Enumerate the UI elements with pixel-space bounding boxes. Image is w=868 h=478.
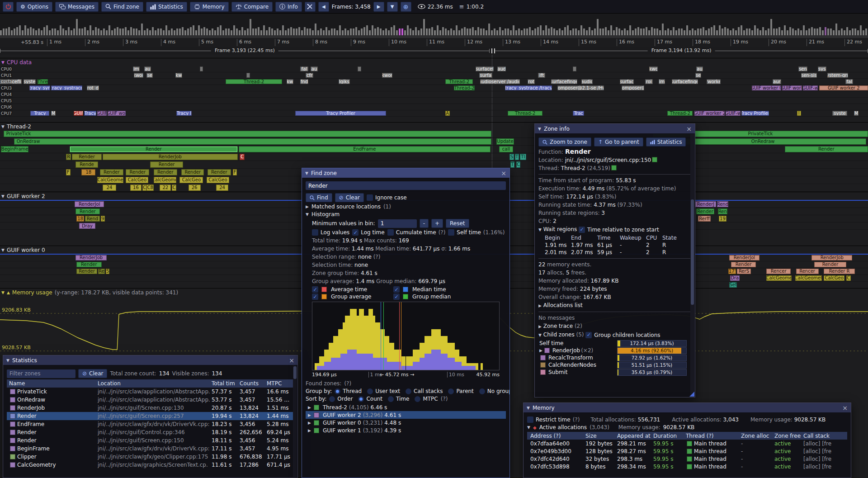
frame-bar[interactable] (38, 28, 40, 35)
frame-bar[interactable] (423, 19, 425, 35)
timeline-zone[interactable]: C (142, 185, 147, 191)
timeline-zone[interactable]: Tracy Profiler (741, 111, 769, 116)
frame-bar[interactable] (255, 28, 257, 35)
frame-bar[interactable] (646, 27, 647, 35)
frame-bar[interactable] (35, 30, 37, 35)
frame-bar[interactable] (578, 30, 580, 35)
allocations-list-toggle[interactable]: ▶ Allocations list (538, 302, 691, 309)
frame-bar[interactable] (277, 28, 278, 35)
frame-bar[interactable] (681, 28, 683, 35)
frame-bar[interactable] (692, 28, 693, 35)
frame-bar[interactable] (613, 30, 615, 35)
frame-timeline[interactable] (0, 14, 868, 38)
frame-bar[interactable] (719, 25, 721, 35)
frame-bar[interactable] (448, 30, 449, 35)
frame-bar[interactable] (369, 30, 371, 35)
timeline-zone[interactable]: GUIF work (782, 85, 802, 90)
frame-bar[interactable] (312, 30, 314, 35)
frame-bar[interactable] (686, 25, 688, 35)
radio-option[interactable]: Time (388, 396, 409, 402)
frame-3194[interactable]: Frame 3,194 (13.92 ms) (495, 47, 868, 55)
frame-bar[interactable] (144, 30, 146, 35)
frame-bar[interactable] (420, 28, 422, 35)
frame-bar[interactable] (822, 30, 824, 35)
frame-bar[interactable] (193, 25, 194, 35)
frame-bar[interactable] (171, 28, 173, 35)
frame-bar[interactable] (545, 25, 547, 35)
frame-bar[interactable] (564, 27, 566, 35)
frame-bar[interactable] (304, 27, 306, 35)
frame-bar[interactable] (513, 25, 514, 35)
stats-row[interactable]: OnRedrawjni/../jni/src/claw/application/… (7, 396, 294, 404)
timeline-zone[interactable]: M (854, 111, 859, 116)
frame-bar[interactable] (689, 30, 691, 35)
restrict-time-checkbox[interactable]: Restrict time(?) (527, 416, 580, 423)
stats-row[interactable]: BeginFramejni/../jni/src/claw/gfx/drv/vk… (7, 445, 294, 453)
frame-bar[interactable] (331, 28, 333, 35)
options-button[interactable]: ⚙Options (16, 2, 52, 12)
frame-bar[interactable] (486, 30, 487, 35)
timeline-zone[interactable]: Render (814, 262, 846, 267)
frame-bar[interactable] (640, 28, 642, 35)
collapse-icon[interactable]: ▼ (6, 358, 9, 363)
frame-bar[interactable] (434, 30, 436, 35)
frame-bar[interactable] (499, 27, 501, 35)
frame-bar[interactable] (665, 30, 666, 35)
frame-bar[interactable] (635, 28, 637, 35)
frame-bar[interactable] (49, 30, 51, 35)
child-zone-row[interactable]: CalcRenderNodes51.51 µs (1.15%) (538, 361, 691, 369)
child-zone-row[interactable]: Self time172.14 µs (3.83%) (538, 340, 691, 347)
timeline-zone[interactable]: R (66, 154, 71, 160)
frame-bar[interactable] (407, 25, 409, 35)
frame-bar[interactable] (90, 25, 91, 35)
frame-bar[interactable] (461, 28, 463, 35)
radio-option[interactable]: Call stacks (406, 388, 443, 394)
frame-bar[interactable] (418, 30, 420, 35)
scrollbar[interactable] (293, 365, 297, 477)
frame-bar[interactable] (608, 30, 609, 35)
timeline-zone[interactable] (200, 66, 203, 71)
timeline-zone[interactable]: Trac (573, 111, 584, 116)
timeline-zone[interactable] (573, 66, 576, 71)
frame-bar[interactable] (741, 25, 742, 35)
frame-bar[interactable] (450, 28, 452, 35)
frame-bar[interactable] (502, 30, 504, 35)
frame-bar[interactable] (662, 24, 664, 35)
frame-bar[interactable] (372, 25, 373, 35)
timeline-zone[interactable]: CalcGeome (97, 177, 123, 183)
frame-bar[interactable] (214, 30, 216, 35)
frame-bar[interactable] (22, 30, 24, 35)
timeline-zone[interactable]: ift (538, 73, 545, 78)
frame-bar[interactable] (599, 28, 601, 35)
frame-bar[interactable] (548, 28, 550, 35)
frame-bar[interactable] (127, 30, 129, 35)
frame-bar[interactable] (401, 28, 403, 35)
frame-bar[interactable] (751, 30, 753, 35)
timeline-zone[interactable]: 18 (81, 169, 95, 175)
frame-bar[interactable] (220, 25, 222, 35)
frame-bar[interactable] (160, 28, 162, 35)
frame-bar[interactable] (233, 25, 235, 35)
frame-bar[interactable] (496, 30, 498, 35)
frame-bar[interactable] (62, 28, 64, 35)
timeline-zone[interactable]: 18 (76, 216, 84, 222)
frame-bar[interactable] (789, 27, 791, 35)
timeline-zone[interactable]: S (509, 154, 514, 160)
frame-bar[interactable] (597, 19, 599, 35)
frame-bar[interactable] (730, 30, 731, 35)
frame-bar[interactable] (594, 28, 596, 35)
frame-bar[interactable] (467, 28, 468, 35)
timeline-zone[interactable]: RenderJ (695, 201, 716, 207)
timeline-zone[interactable]: M (51, 111, 56, 116)
timeline-zone[interactable]: au (311, 66, 317, 71)
close-icon[interactable]: × (842, 405, 848, 411)
frame-bar[interactable] (182, 27, 184, 35)
timeline-zone[interactable]: audio (581, 79, 593, 84)
frame-bar[interactable] (589, 27, 590, 35)
column-header[interactable]: Time (597, 235, 620, 241)
timeline-zone[interactable]: GUIF worker 2 (819, 85, 868, 90)
search-input[interactable]: Render (306, 181, 506, 190)
timeline-zone[interactable]: Ren (718, 208, 727, 214)
frame-3193[interactable]: Frame 3,193 (22.45 ms) (0, 47, 490, 55)
timeline-zone[interactable]: system-grm (827, 73, 848, 78)
